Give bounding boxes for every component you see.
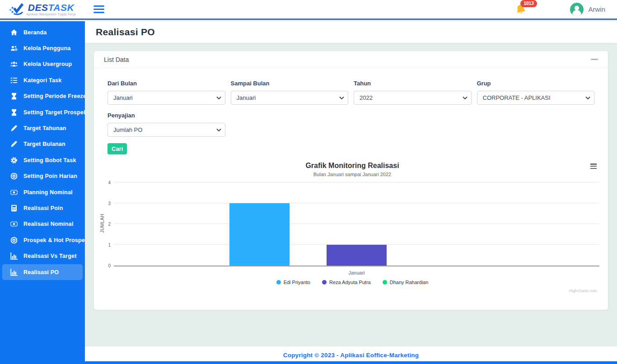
filter-grup: GrupCORPORATE - APLIKASI xyxy=(477,80,595,105)
filter-select-sampai-bulan[interactable]: Januari xyxy=(231,91,349,105)
legend-item-reza-adyuta-putra[interactable]: Reza Adyuta Putra xyxy=(322,280,371,285)
filter-select-dari-bulan[interactable]: Januari xyxy=(108,91,225,105)
chart-y-tick: 1 xyxy=(108,243,111,247)
list-check-icon xyxy=(10,76,18,84)
chart-credit: Highcharts.com xyxy=(569,289,597,293)
chart-bar-edi-priyanto[interactable] xyxy=(229,203,290,266)
sidebar-item-realisasi-vs-target[interactable]: Realisasi Vs Target xyxy=(0,248,85,264)
bullseye-icon xyxy=(10,236,18,244)
filters-grid: Dari BulanJanuariSampai BulanJanuariTahu… xyxy=(108,80,594,137)
filter-label-penyajian: Penyajian xyxy=(108,112,225,119)
sidebar-item-label: Planning Nominal xyxy=(23,189,73,196)
legend-dot-icon xyxy=(276,280,281,285)
sidebar-item-kelola-usergroup[interactable]: Kelola Usergroup xyxy=(0,56,85,72)
sidebar-item-realisasi-po[interactable]: Realisasi PO xyxy=(2,264,83,280)
topbar: DESTASK Aplikasi Manajemen Tugas Kerja 1… xyxy=(0,0,617,20)
chart-subtitle: Bulan Januari sampai Januari 2022 xyxy=(102,172,603,177)
notifications-button[interactable]: 1013 xyxy=(515,4,527,15)
logo-check-icon xyxy=(9,3,23,15)
sidebar-item-setting-bobot-task[interactable]: Setting Bobot Task xyxy=(0,152,85,168)
card-body: Dari BulanJanuariSampai BulanJanuariTahu… xyxy=(94,68,608,310)
sidebar-item-label: Realisasi Vs Target xyxy=(23,253,77,259)
bullseye-icon xyxy=(10,173,18,180)
chart-icon xyxy=(10,252,18,260)
chart-y-tick: 3 xyxy=(108,201,111,206)
filter-sampai-bulan: Sampai BulanJanuari xyxy=(231,80,349,105)
content-area: List Data Dari BulanJanuariSampai BulanJ… xyxy=(85,43,617,346)
card-header: List Data xyxy=(94,51,608,68)
legend-item-dhany-rahardian[interactable]: Dhany Rahardian xyxy=(383,280,429,285)
chart-gridline xyxy=(114,224,599,224)
sidebar-item-beranda[interactable]: Beranda xyxy=(0,24,85,40)
legend-item-edi-priyanto[interactable]: Edi Priyanto xyxy=(276,280,310,285)
chart-bar-reza-adyuta-putra[interactable] xyxy=(327,245,387,266)
chart-y-tick: 0 xyxy=(108,263,111,268)
app-logo[interactable]: DESTASK Aplikasi Manajemen Tugas Kerja xyxy=(0,3,85,16)
legend-label: Reza Adyuta Putra xyxy=(329,280,371,285)
sidebar-item-label: Setting Bobot Task xyxy=(23,157,76,163)
chart-x-tick: Januari xyxy=(348,270,365,275)
chart-context-menu-icon[interactable] xyxy=(589,163,598,170)
sidebar-item-label: Setting Poin Harian xyxy=(23,173,77,179)
filter-label-grup: Grup xyxy=(477,80,595,87)
sidebar-item-setting-poin-harian[interactable]: Setting Poin Harian xyxy=(0,168,85,184)
pen-icon xyxy=(10,140,18,148)
sidebar-item-planning-nominal[interactable]: Planning Nominal xyxy=(0,184,85,200)
sidebar-item-realisasi-poin[interactable]: Realisasi Poin xyxy=(0,200,85,216)
page-titlebar: Realisasi PO xyxy=(85,21,617,43)
sidebar-item-target-bulanan[interactable]: Target Bulanan xyxy=(0,136,85,152)
sidebar-item-setting-target-prospek[interactable]: Setting Target Prospek xyxy=(0,104,85,120)
notification-count-badge: 1013 xyxy=(520,0,537,7)
filter-select-tahun[interactable]: 2022 xyxy=(354,91,472,105)
sidebar-item-label: Setting Periode Freeze xyxy=(23,93,85,99)
sidebar-item-label: Kategori Task xyxy=(23,77,61,84)
main-area: Realisasi PO List Data Dari BulanJanuari… xyxy=(85,21,617,364)
bottom-accent-strip xyxy=(0,361,617,364)
sidebar-toggle-button[interactable] xyxy=(93,5,104,13)
users-icon xyxy=(10,61,18,68)
sidebar-item-label: Realisasi Nominal xyxy=(23,221,73,227)
filter-tahun: Tahun2022 xyxy=(354,80,472,105)
sidebar-item-label: Kelola Usergroup xyxy=(23,61,72,67)
sidebar-item-label: Target Bulanan xyxy=(23,141,65,147)
legend-dot-icon xyxy=(322,280,327,285)
logo-tagline: Aplikasi Manajemen Tugas Kerja xyxy=(26,13,76,16)
sidebar-item-label: Target Tahunan xyxy=(23,125,66,131)
user-avatar[interactable] xyxy=(570,3,584,16)
sidebar-item-target-tahunan[interactable]: Target Tahunan xyxy=(0,120,85,136)
sidebar-nav: BerandaKelola PenggunaKelola UsergroupKa… xyxy=(0,21,85,364)
sidebar-item-kategori-task[interactable]: Kategori Task xyxy=(0,72,85,88)
chart-y-tick: 2 xyxy=(108,222,111,227)
money-icon xyxy=(10,220,18,228)
chart-plot: JUMLAH 01234 xyxy=(114,182,599,266)
sidebar-item-setting-periode-freeze[interactable]: Setting Periode Freeze xyxy=(0,89,85,104)
legend-dot-icon xyxy=(383,280,387,285)
chart-x-axis-labels: Januari xyxy=(114,270,599,276)
chart-legend: Edi PriyantoReza Adyuta PutraDhany Rahar… xyxy=(102,280,603,285)
filter-select-grup[interactable]: CORPORATE - APLIKASI xyxy=(477,91,595,105)
cari-button[interactable]: Cari xyxy=(108,143,127,154)
sidebar-item-label: Prospek & Hot Prospek xyxy=(23,237,85,243)
sidebar-item-realisasi-nominal[interactable]: Realisasi Nominal xyxy=(0,216,85,232)
hourglass-icon xyxy=(10,93,18,100)
filter-label-tahun: Tahun xyxy=(354,80,472,87)
calculator-icon xyxy=(10,204,18,212)
chart-y-axis-title: JUMLAH xyxy=(100,210,105,237)
chart-title: Grafik Monitoring Realisasi xyxy=(102,162,603,170)
username-label[interactable]: Arwin xyxy=(588,5,605,13)
card-collapse-button[interactable] xyxy=(591,59,598,60)
sidebar-item-kelola-pengguna[interactable]: Kelola Pengguna xyxy=(0,40,85,56)
legend-label: Edi Priyanto xyxy=(284,280,310,285)
sidebar-item-label: Beranda xyxy=(23,29,47,36)
home-icon xyxy=(10,28,18,36)
filter-select-penyajian[interactable]: Jumlah PO xyxy=(108,123,225,137)
chart-icon xyxy=(10,268,18,276)
gear-icon xyxy=(10,156,18,164)
sidebar-item-label: Setting Target Prospek xyxy=(23,109,85,116)
page-title: Realisasi PO xyxy=(96,27,155,37)
legend-label: Dhany Rahardian xyxy=(390,280,429,285)
chart-gridline xyxy=(114,203,599,203)
monitoring-chart: Grafik Monitoring Realisasi Bulan Januar… xyxy=(102,162,603,296)
sidebar-item-prospek-hot-prospek[interactable]: Prospek & Hot Prospek xyxy=(0,232,85,248)
filter-label-sampai-bulan: Sampai Bulan xyxy=(231,80,349,87)
